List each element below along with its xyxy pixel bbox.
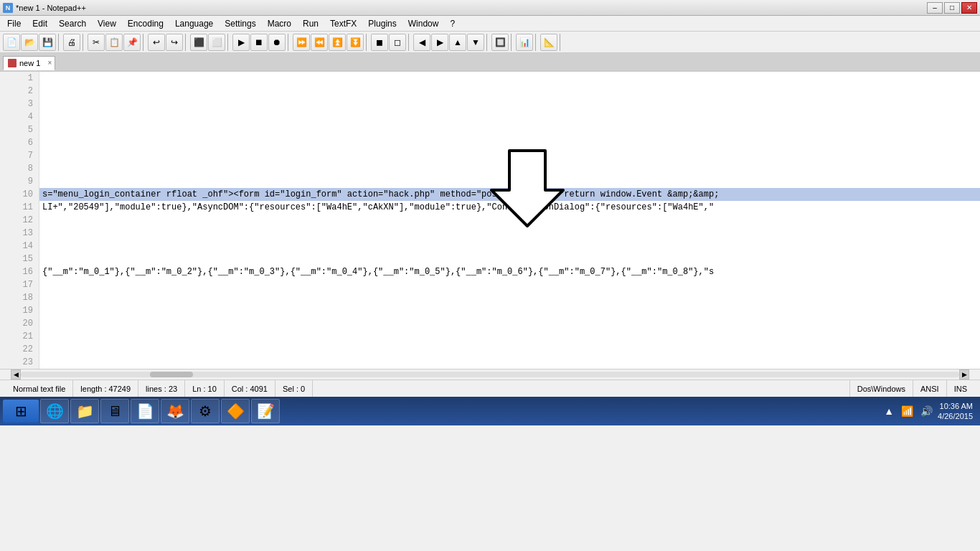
editor-main: 1234567891011121314151617181920212223 s=… (0, 72, 980, 369)
scroll-track[interactable] (21, 372, 959, 377)
toolbar-button-22[interactable]: ⏫ (329, 34, 346, 51)
menu-item-edit[interactable]: Edit (27, 17, 53, 30)
editor-wrapper: 1234567891011121314151617181920212223 s=… (0, 72, 980, 380)
toolbar-button-4[interactable]: 🖨 (63, 34, 80, 51)
toolbar-button-28[interactable]: ◀ (413, 34, 430, 51)
status-ins: INS (947, 380, 974, 397)
scroll-right-button[interactable]: ▶ (959, 369, 969, 380)
toolbar-button-25[interactable]: ◼ (371, 34, 388, 51)
code-line-14 (39, 240, 980, 253)
menu-item-language[interactable]: Language (169, 17, 219, 30)
toolbar-separator (486, 34, 489, 51)
toolbar-button-23[interactable]: ⏬ (347, 34, 364, 51)
toolbar-button-14[interactable]: ⬜ (208, 34, 225, 51)
taskbar-app-ie[interactable]: 🌐 (40, 399, 69, 423)
toolbar-button-0[interactable]: 📄 (3, 34, 20, 51)
tab-close-button[interactable]: × (48, 59, 52, 67)
close-button[interactable]: ✕ (961, 2, 977, 14)
menu-item-textfx[interactable]: TextFX (324, 17, 362, 30)
line-number-21: 21 (0, 330, 39, 343)
toolbar-separator (227, 34, 230, 51)
code-line-16: {"__m":"m_0_1"},{"__m":"m_0_2"},{"__m":"… (39, 265, 980, 278)
window-controls: – □ ✕ (927, 2, 977, 14)
minimize-button[interactable]: – (927, 2, 943, 14)
clock-date: 4/26/2015 (938, 411, 973, 421)
toolbar-button-16[interactable]: ▶ (232, 34, 250, 51)
toolbar-separator (83, 34, 85, 51)
menu-item-macro[interactable]: Macro (262, 17, 297, 30)
code-line-1 (39, 72, 980, 85)
tray-expand-icon[interactable]: ▲ (882, 405, 896, 417)
toolbar-button-33[interactable]: 🔲 (491, 34, 509, 51)
line-number-1: 1 (0, 72, 39, 85)
system-clock[interactable]: 10:36 AM 4/26/2015 (938, 401, 973, 422)
toolbar-button-31[interactable]: ▼ (467, 34, 484, 51)
code-line-13 (39, 227, 980, 240)
menu-item-plugins[interactable]: Plugins (362, 17, 402, 30)
toolbar-button-1[interactable]: 📂 (21, 34, 38, 51)
line-number-12: 12 (0, 214, 39, 227)
code-line-8 (39, 162, 980, 175)
toolbar-button-13[interactable]: ⬛ (190, 34, 207, 51)
scroll-left-button[interactable]: ◀ (11, 369, 21, 380)
menu-bar: FileEditSearchViewEncodingLanguageSettin… (0, 16, 980, 32)
menu-item-settings[interactable]: Settings (219, 17, 261, 30)
maximize-button[interactable]: □ (944, 2, 960, 14)
tab-new1[interactable]: new 1 × (3, 56, 55, 70)
toolbar-separator (511, 34, 514, 51)
menu-item-file[interactable]: File (1, 17, 27, 30)
toolbar-button-37[interactable]: 📐 (540, 34, 557, 51)
menu-item-encoding[interactable]: Encoding (122, 17, 169, 30)
line-number-22: 22 (0, 343, 39, 356)
toolbar-separator (366, 34, 369, 51)
toolbar-button-18[interactable]: ⏺ (268, 34, 286, 51)
taskbar-app-documents[interactable]: 📄 (131, 399, 159, 423)
line-number-11: 11 (0, 201, 39, 214)
toolbar-button-7[interactable]: 📋 (105, 34, 123, 51)
toolbar-button-30[interactable]: ▲ (449, 34, 466, 51)
menu-item-run[interactable]: Run (297, 17, 324, 30)
line-number-2: 2 (0, 85, 39, 98)
horizontal-scrollbar[interactable]: ◀ ▶ (0, 369, 980, 380)
line-numbers: 1234567891011121314151617181920212223 (0, 72, 39, 369)
toolbar-button-6[interactable]: ✂ (88, 34, 105, 51)
toolbar-separator (288, 34, 291, 51)
line-number-6: 6 (0, 136, 39, 149)
toolbar-button-10[interactable]: ↩ (148, 34, 165, 51)
line-number-23: 23 (0, 356, 39, 369)
toolbar-button-2[interactable]: 💾 (39, 34, 56, 51)
status-charset: ANSI (913, 380, 947, 397)
taskbar-app-firefox[interactable]: 🦊 (161, 399, 189, 423)
menu-item-view[interactable]: View (92, 17, 122, 30)
taskbar-app-notepadpp[interactable]: 📝 (251, 399, 280, 423)
code-line-17 (39, 278, 980, 291)
line-number-7: 7 (0, 149, 39, 162)
menu-item-window[interactable]: Window (402, 17, 445, 30)
toolbar-button-29[interactable]: ▶ (431, 34, 448, 51)
menu-item-?[interactable]: ? (444, 17, 461, 30)
tray-network-icon[interactable]: 📶 (899, 405, 915, 417)
toolbar-button-11[interactable]: ↪ (166, 34, 183, 51)
toolbar-button-35[interactable]: 📊 (516, 34, 533, 51)
status-col: Col : 4091 (225, 380, 275, 397)
toolbar-button-21[interactable]: ⏪ (311, 34, 328, 51)
toolbar-button-8[interactable]: 📌 (123, 34, 141, 51)
line-number-20: 20 (0, 317, 39, 330)
tab-bar: new 1 × (0, 53, 980, 72)
status-encoding: Dos\Windows (850, 380, 913, 397)
tray-volume-icon[interactable]: 🔊 (918, 405, 935, 417)
taskbar-app-settings[interactable]: ⚙ (191, 399, 220, 423)
line-number-19: 19 (0, 304, 39, 317)
taskbar-app-computer[interactable]: 🖥 (100, 399, 129, 423)
scroll-thumb[interactable] (150, 372, 193, 377)
taskbar-app-explorer[interactable]: 📁 (70, 399, 99, 423)
code-area[interactable]: s="menu_login_container rfloat _ohf"><fo… (39, 72, 980, 369)
menu-item-search[interactable]: Search (53, 17, 92, 30)
taskbar-app-vlc[interactable]: 🔶 (221, 399, 250, 423)
toolbar-button-20[interactable]: ⏩ (293, 34, 310, 51)
code-line-23 (39, 356, 980, 369)
toolbar-button-26[interactable]: ◻ (389, 34, 406, 51)
status-spacer (313, 380, 850, 397)
start-button[interactable]: ⊞ (3, 400, 39, 423)
toolbar-button-17[interactable]: ⏹ (250, 34, 268, 51)
